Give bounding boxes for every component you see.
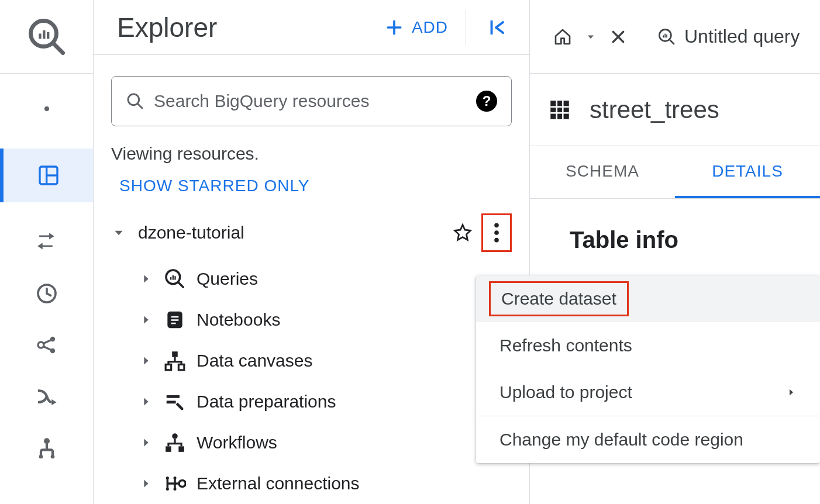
workflow-icon <box>164 431 186 454</box>
tree-item-data-preparations[interactable]: Data preparations <box>139 381 512 422</box>
svg-rect-30 <box>171 319 179 321</box>
rail-item-scheduled[interactable] <box>0 282 93 305</box>
rail-item-workspace[interactable] <box>0 149 93 202</box>
tree-item-label: External connections <box>197 474 360 493</box>
svg-rect-47 <box>663 35 664 37</box>
dropdown-caret-icon[interactable] <box>585 31 597 43</box>
svg-point-20 <box>494 223 499 228</box>
svg-line-12 <box>43 340 51 344</box>
rail-item-merge[interactable] <box>0 385 93 408</box>
rail-item-share[interactable] <box>0 333 93 357</box>
svg-point-42 <box>166 488 169 491</box>
explorer-panel: Explorer ADD ? <box>94 0 530 504</box>
dot-icon <box>44 106 49 111</box>
collapse-left-icon <box>487 17 508 38</box>
tree-children: Queries Notebooks <box>139 258 512 504</box>
caret-right-icon <box>139 272 153 285</box>
explorer-title: Explorer <box>117 12 217 43</box>
caret-right-icon <box>139 436 153 449</box>
svg-rect-25 <box>170 277 171 280</box>
project-more-actions-button[interactable] <box>481 213 512 252</box>
table-name: street_trees <box>590 96 719 124</box>
rail-item-hierarchy[interactable] <box>0 436 93 460</box>
explorer-header: Explorer ADD <box>94 0 529 55</box>
submenu-caret-icon <box>786 387 797 398</box>
caret-right-icon <box>139 354 153 367</box>
svg-point-40 <box>179 480 185 486</box>
close-tab-button[interactable] <box>609 28 627 46</box>
project-row[interactable]: dzone-tutorial <box>111 216 512 249</box>
svg-rect-38 <box>166 446 171 452</box>
rail-item-transfers[interactable] <box>0 230 93 254</box>
tab-schema[interactable]: SCHEMA <box>530 146 675 198</box>
merge-icon <box>35 385 58 408</box>
table-info-heading: Table info <box>530 199 820 253</box>
hierarchy-person-icon <box>35 436 58 460</box>
star-outline-icon[interactable] <box>452 222 473 243</box>
tree-item-workflows[interactable]: Workflows <box>139 422 512 463</box>
search-icon <box>126 92 144 111</box>
svg-rect-34 <box>178 364 184 370</box>
tab-bar: Untitled query <box>530 0 820 74</box>
add-button[interactable]: ADD <box>385 18 448 37</box>
tree-item-external-connections[interactable]: External connections <box>139 463 512 504</box>
query-icon <box>164 268 186 290</box>
svg-point-22 <box>494 238 499 243</box>
svg-rect-33 <box>166 364 171 370</box>
svg-line-1 <box>53 43 63 53</box>
tree-item-label: Queries <box>197 269 258 289</box>
menu-item-refresh[interactable]: Refresh contents <box>476 322 820 369</box>
collapse-panel-button[interactable] <box>484 17 512 38</box>
show-starred-button[interactable]: SHOW STARRED ONLY <box>119 177 310 195</box>
rail-item-dot[interactable] <box>0 97 93 120</box>
svg-rect-48 <box>664 33 666 37</box>
menu-item-label: Refresh contents <box>499 336 632 355</box>
swap-icon <box>35 230 58 254</box>
svg-line-13 <box>43 347 51 350</box>
notebook-icon <box>164 309 186 331</box>
svg-point-16 <box>50 455 54 459</box>
svg-point-9 <box>38 342 44 348</box>
svg-rect-27 <box>174 276 175 279</box>
close-icon <box>609 28 627 46</box>
project-name: dzone-tutorial <box>138 223 440 243</box>
tree-item-notebooks[interactable]: Notebooks <box>139 299 512 340</box>
divider <box>466 10 466 45</box>
tree-item-data-canvases[interactable]: Data canvases <box>139 340 512 381</box>
analytics-search-icon <box>27 18 66 56</box>
tab-untitled-query[interactable]: Untitled query <box>657 26 800 47</box>
svg-rect-3 <box>43 30 45 39</box>
svg-rect-39 <box>178 446 184 452</box>
tab-home[interactable] <box>553 27 572 46</box>
svg-line-46 <box>670 39 674 43</box>
menu-item-label: Create dataset <box>489 281 629 316</box>
help-icon[interactable]: ? <box>476 91 497 112</box>
search-input[interactable] <box>154 91 467 111</box>
viewing-resources-text: Viewing resources. <box>111 144 512 164</box>
svg-rect-35 <box>167 395 180 398</box>
search-box[interactable]: ? <box>111 76 512 126</box>
add-label: ADD <box>412 18 448 37</box>
svg-rect-50 <box>550 101 569 119</box>
caret-down-icon <box>111 225 126 240</box>
tree-item-queries[interactable]: Queries <box>139 258 512 299</box>
share-node-icon <box>35 333 58 357</box>
menu-item-create-dataset[interactable]: Create dataset <box>476 275 820 322</box>
canvas-hierarchy-icon <box>164 350 186 372</box>
caret-right-icon <box>139 313 153 326</box>
menu-item-upload[interactable]: Upload to project <box>476 369 820 416</box>
caret-right-icon <box>139 477 153 490</box>
svg-rect-2 <box>39 33 41 39</box>
svg-point-41 <box>166 477 169 479</box>
query-tab-icon <box>657 27 676 46</box>
rail-items <box>0 74 93 460</box>
data-prep-icon <box>164 391 186 413</box>
table-tabs: SCHEMA DETAILS <box>530 146 820 199</box>
tab-details[interactable]: DETAILS <box>675 146 820 198</box>
kebab-icon <box>494 222 499 244</box>
svg-rect-26 <box>173 275 174 280</box>
explorer-header-actions: ADD <box>385 10 512 45</box>
svg-rect-31 <box>171 323 176 325</box>
svg-rect-32 <box>172 351 178 357</box>
menu-item-change-region[interactable]: Change my default code region <box>476 416 820 463</box>
